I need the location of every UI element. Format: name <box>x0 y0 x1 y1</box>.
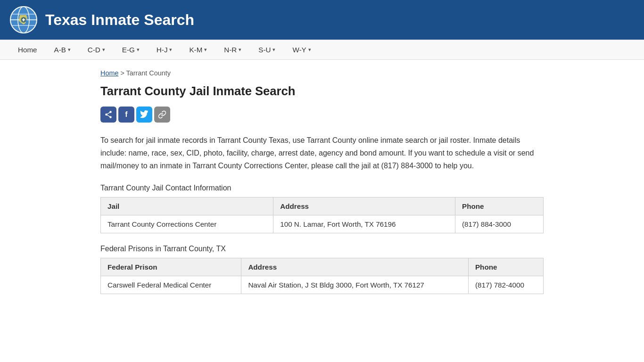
federal-table: Federal Prison Address Phone Carswell Fe… <box>100 258 544 294</box>
jail-phone: (817) 884-3000 <box>455 215 544 233</box>
social-share-bar: f <box>100 107 544 123</box>
breadcrumb-separator: > <box>120 69 124 77</box>
nav-ab-arrow: ▾ <box>68 47 71 53</box>
nav-eg-label: E-G <box>122 46 135 54</box>
copy-link-button[interactable] <box>154 107 170 123</box>
breadcrumb: Home > Tarrant County <box>100 69 544 77</box>
federal-prison-address: Naval Air Station, J St Bldg 3000, Fort … <box>241 276 469 294</box>
nav-wy-arrow: ▾ <box>308 47 311 53</box>
nav-cd[interactable]: C-D ▾ <box>79 40 114 59</box>
nav-home[interactable]: Home <box>9 40 46 59</box>
jail-table-row: Tarrant County Corrections Center 100 N.… <box>101 215 544 233</box>
header: Texas Inmate Search <box>0 0 644 40</box>
nav-nr-label: N-R <box>224 46 237 54</box>
site-title: Texas Inmate Search <box>45 11 194 29</box>
nav-nr[interactable]: N-R ▾ <box>215 40 250 59</box>
federal-section-heading: Federal Prisons in Tarrant County, TX <box>100 245 544 253</box>
facebook-icon: f <box>125 110 127 119</box>
svg-line-11 <box>107 112 111 115</box>
nav-km-label: K-M <box>189 46 202 54</box>
nav-hj-label: H-J <box>157 46 168 54</box>
jail-col-jail: Jail <box>101 197 273 215</box>
federal-col-address: Address <box>241 258 469 276</box>
facebook-button[interactable]: f <box>118 107 134 123</box>
jail-col-address: Address <box>273 197 455 215</box>
nav-home-label: Home <box>18 46 37 54</box>
nav-wy-label: W-Y <box>292 46 306 54</box>
nav-su-arrow: ▾ <box>272 47 275 53</box>
breadcrumb-home-link[interactable]: Home <box>100 69 118 77</box>
nav-wy[interactable]: W-Y ▾ <box>284 40 319 59</box>
jail-address: 100 N. Lamar, Fort Worth, TX 76196 <box>273 215 455 233</box>
breadcrumb-current: Tarrant County <box>126 69 171 77</box>
nav-km[interactable]: K-M ▾ <box>181 40 215 59</box>
twitter-button[interactable] <box>136 107 152 123</box>
nav-ab-label: A-B <box>54 46 66 54</box>
nav-eg[interactable]: E-G ▾ <box>114 40 148 59</box>
federal-col-prison: Federal Prison <box>101 258 241 276</box>
nav-su[interactable]: S-U ▾ <box>250 40 284 59</box>
page-title: Tarrant County Jail Inmate Search <box>100 84 544 98</box>
nav-cd-label: C-D <box>88 46 100 54</box>
nav-eg-arrow: ▾ <box>137 47 140 53</box>
nav-nr-arrow: ▾ <box>239 47 241 53</box>
federal-table-row: Carswell Federal Medical Center Naval Ai… <box>101 276 544 294</box>
nav-hj[interactable]: H-J ▾ <box>148 40 181 59</box>
federal-col-phone: Phone <box>468 258 543 276</box>
main-nav: Home A-B ▾ C-D ▾ E-G ▾ H-J ▾ K-M ▾ N-R ▾… <box>0 40 644 60</box>
jail-table: Jail Address Phone Tarrant County Correc… <box>100 197 544 233</box>
svg-line-12 <box>107 115 111 117</box>
main-content: Home > Tarrant County Tarrant County Jai… <box>86 60 558 315</box>
nav-ab[interactable]: A-B ▾ <box>46 40 79 59</box>
share-button[interactable] <box>100 107 116 123</box>
jail-section-heading: Tarrant County Jail Contact Information <box>100 184 544 192</box>
jail-name: Tarrant County Corrections Center <box>101 215 273 233</box>
page-description: To search for jail inmate records in Tar… <box>100 134 544 173</box>
nav-su-label: S-U <box>258 46 271 54</box>
federal-prison-name: Carswell Federal Medical Center <box>101 276 241 294</box>
federal-prison-phone: (817) 782-4000 <box>468 276 543 294</box>
nav-cd-arrow: ▾ <box>102 47 105 53</box>
jail-col-phone: Phone <box>455 197 544 215</box>
site-logo <box>9 6 38 34</box>
nav-hj-arrow: ▾ <box>169 47 172 53</box>
nav-km-arrow: ▾ <box>204 47 207 53</box>
